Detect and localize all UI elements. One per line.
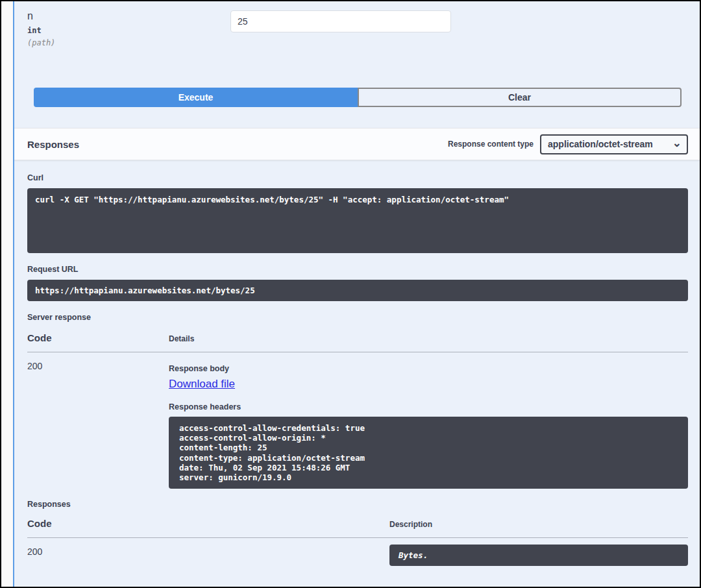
parameter-type: int bbox=[27, 26, 230, 35]
code-column-header: Code bbox=[27, 509, 389, 538]
server-response-label: Server response bbox=[27, 313, 688, 322]
parameter-location: (path) bbox=[27, 38, 230, 47]
responses-title: Responses bbox=[27, 139, 79, 150]
download-file-link[interactable]: Download file bbox=[169, 378, 235, 391]
description-column-header: Description bbox=[389, 509, 688, 538]
response-header-line: access-control-allow-origin: * bbox=[179, 433, 678, 443]
documented-response-description-cell: Bytes. bbox=[389, 538, 688, 567]
documented-responses-header-row: Code Description bbox=[27, 509, 688, 538]
server-response-details-cell: Response body Download file Response hea… bbox=[169, 352, 688, 499]
server-response-table: Code Details 200 Response body Download … bbox=[27, 323, 688, 498]
response-headers-block: access-control-allow-credentials: true a… bbox=[169, 417, 688, 489]
documented-response-row: 200 Bytes. bbox=[27, 538, 688, 567]
response-headers-label: Response headers bbox=[169, 402, 688, 411]
parameter-row: n int (path) bbox=[27, 10, 682, 47]
response-header-line: server: gunicorn/19.9.0 bbox=[179, 472, 678, 482]
parameter-meta: n int (path) bbox=[27, 10, 230, 47]
server-response-row: 200 Response body Download file Response… bbox=[27, 352, 688, 499]
response-content-type-control: Response content type application/octet-… bbox=[448, 134, 688, 154]
parameter-name: n bbox=[27, 10, 230, 22]
curl-command-text: curl -X GET "https://httpapianu.azureweb… bbox=[35, 195, 509, 204]
responses-body: Curl curl -X GET "https://httpapianu.azu… bbox=[14, 160, 700, 579]
response-header-line: access-control-allow-credentials: true bbox=[179, 423, 678, 433]
response-header-line: content-type: application/octet-stream bbox=[179, 453, 678, 463]
execute-wrapper: Execute Clear bbox=[14, 88, 700, 107]
details-column-header: Details bbox=[169, 323, 688, 352]
parameters-section: n int (path) bbox=[14, 1, 700, 88]
request-url-block: https://httpapianu.azurewebsites.net/byt… bbox=[27, 280, 688, 301]
parameter-n-input[interactable] bbox=[230, 10, 451, 32]
opblock-body: n int (path) Execute Clear Responses Res… bbox=[13, 1, 700, 587]
documented-responses-table: Code Description 200 Bytes. bbox=[27, 509, 688, 566]
response-description-block: Bytes. bbox=[389, 545, 688, 566]
server-response-status-code: 200 bbox=[27, 352, 169, 499]
clear-button[interactable]: Clear bbox=[358, 88, 682, 107]
response-content-type-label: Response content type bbox=[448, 140, 534, 149]
parameter-value-column bbox=[230, 10, 451, 32]
swagger-operation-panel: n int (path) Execute Clear Responses Res… bbox=[0, 0, 701, 588]
response-content-type-select[interactable]: application/octet-stream bbox=[540, 134, 688, 154]
server-response-header-row: Code Details bbox=[27, 323, 688, 352]
response-header-line: content-length: 25 bbox=[179, 443, 678, 452]
curl-command-block[interactable]: curl -X GET "https://httpapianu.azureweb… bbox=[27, 188, 688, 253]
response-content-type-select-wrap: application/octet-stream ⌄ bbox=[540, 134, 688, 154]
request-url-text: https://httpapianu.azurewebsites.net/byt… bbox=[35, 286, 255, 295]
execute-button[interactable]: Execute bbox=[34, 88, 358, 107]
responses-section-header: Responses Response content type applicat… bbox=[14, 128, 700, 160]
response-body-label: Response body bbox=[169, 364, 688, 373]
response-header-line: date: Thu, 02 Sep 2021 15:48:26 GMT bbox=[179, 463, 678, 472]
code-column-header: Code bbox=[27, 323, 169, 352]
curl-label: Curl bbox=[27, 173, 688, 182]
documented-response-status-code: 200 bbox=[27, 538, 389, 567]
documented-responses-label: Responses bbox=[27, 500, 688, 509]
request-url-label: Request URL bbox=[27, 265, 688, 274]
